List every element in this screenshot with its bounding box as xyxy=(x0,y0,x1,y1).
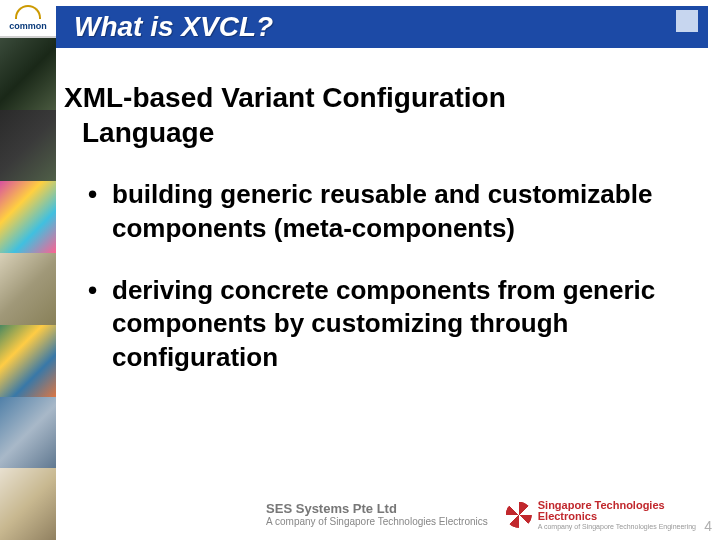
brand-text: common xyxy=(9,21,47,31)
ste-logo: Singapore Technologies Electronics A com… xyxy=(506,500,696,530)
sidebar-image xyxy=(0,38,56,110)
definition-text: XML-based Variant Configuration Language xyxy=(64,80,696,150)
sidebar-image xyxy=(0,181,56,253)
ste-text: Singapore Technologies Electronics A com… xyxy=(538,500,696,530)
slide-title: What is XVCL? xyxy=(74,11,273,43)
sidebar-image xyxy=(0,110,56,182)
page-number: 4 xyxy=(704,518,712,534)
definition-line2: Language xyxy=(64,115,696,150)
footer-logos: SES Systems Pte Ltd A company of Singapo… xyxy=(266,500,696,530)
brand-logo: common xyxy=(0,0,56,38)
bullet-list: building generic reusable and customizab… xyxy=(64,178,696,375)
ste-line3: A company of Singapore Technologies Engi… xyxy=(538,523,696,530)
ses-tagline: A company of Singapore Technologies Elec… xyxy=(266,516,488,527)
ses-name: SES Systems Pte Ltd xyxy=(266,502,488,516)
bullet-item: deriving concrete components from generi… xyxy=(88,274,696,375)
pinwheel-icon xyxy=(506,502,532,528)
slide-content: XML-based Variant Configuration Language… xyxy=(64,80,696,403)
title-bar: What is XVCL? xyxy=(56,6,708,48)
ses-logo: SES Systems Pte Ltd A company of Singapo… xyxy=(266,502,488,527)
definition-line1: XML-based Variant Configuration xyxy=(64,82,506,113)
sidebar-image xyxy=(0,253,56,325)
bullet-item: building generic reusable and customizab… xyxy=(88,178,696,246)
sidebar-image xyxy=(0,468,56,540)
sidebar-image xyxy=(0,397,56,469)
sidebar-image xyxy=(0,325,56,397)
sidebar-thumbnails: common xyxy=(0,0,56,540)
ste-line2: Electronics xyxy=(538,511,696,523)
